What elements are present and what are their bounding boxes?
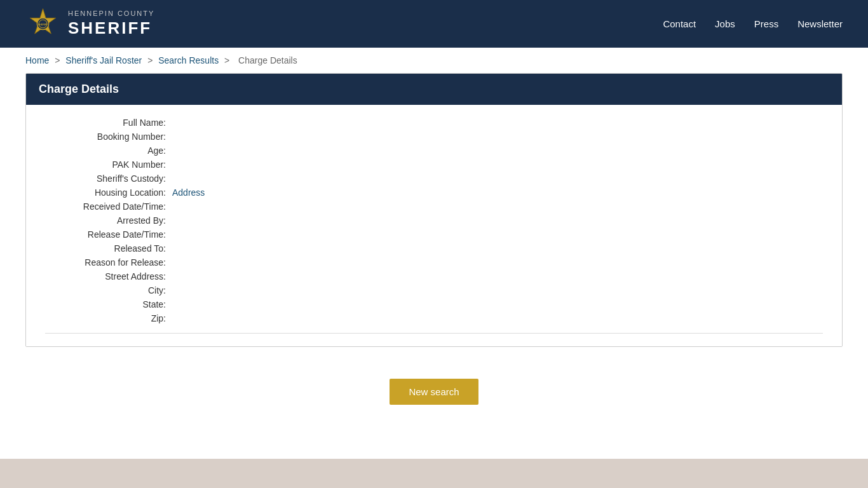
- value-full-name: [172, 118, 823, 128]
- value-city: [172, 285, 823, 295]
- label-street-address: Street Address:: [45, 271, 172, 281]
- label-age: Age:: [45, 146, 172, 156]
- card-title: Charge Details: [39, 83, 829, 96]
- card-divider: [45, 333, 823, 334]
- site-header: SHERIFF HENNEPIN COUNTY SHERIFF Contact …: [0, 0, 868, 48]
- card-body: Full Name: Booking Number: Age: PAK Numb…: [26, 105, 842, 346]
- charge-details-card: Charge Details Full Name: Booking Number…: [25, 73, 843, 347]
- field-city: City:: [45, 285, 823, 295]
- header-sheriff: SHERIFF: [68, 18, 154, 38]
- label-received-datetime: Received Date/Time:: [45, 201, 172, 212]
- label-full-name: Full Name:: [45, 118, 172, 128]
- breadcrumb-current: Charge Details: [238, 55, 297, 65]
- value-state: [172, 299, 823, 309]
- label-release-datetime: Release Date/Time:: [45, 229, 172, 240]
- label-city: City:: [45, 285, 172, 295]
- main-nav: Contact Jobs Press Newsletter: [663, 18, 843, 29]
- value-sheriffs-custody: [172, 173, 823, 184]
- value-released-to: [172, 243, 823, 254]
- label-state: State:: [45, 299, 172, 309]
- field-reason-for-release: Reason for Release:: [45, 257, 823, 268]
- main-content: Charge Details Full Name: Booking Number…: [0, 73, 868, 446]
- breadcrumb: Home > Sheriff's Jail Roster > Search Re…: [0, 48, 868, 73]
- button-area: New search: [25, 363, 843, 421]
- site-footer: Home Jail and warrants Permits and servi…: [0, 459, 868, 488]
- value-release-datetime: [172, 229, 823, 240]
- nav-contact[interactable]: Contact: [663, 18, 696, 29]
- label-booking-number: Booking Number:: [45, 132, 172, 142]
- value-booking-number: [172, 132, 823, 142]
- sheriff-badge-icon: SHERIFF: [25, 6, 60, 41]
- value-received-datetime: [172, 201, 823, 212]
- field-arrested-by: Arrested By:: [45, 215, 823, 226]
- field-age: Age:: [45, 146, 823, 156]
- nav-press[interactable]: Press: [754, 18, 778, 29]
- nav-jobs[interactable]: Jobs: [715, 18, 735, 29]
- logo: SHERIFF HENNEPIN COUNTY SHERIFF: [25, 6, 154, 41]
- field-housing-location: Housing Location: Address: [45, 187, 823, 198]
- breadcrumb-home[interactable]: Home: [25, 55, 49, 65]
- field-zip: Zip:: [45, 313, 823, 323]
- label-zip: Zip:: [45, 313, 172, 323]
- label-pak-number: PAK Number:: [45, 159, 172, 170]
- label-housing-location: Housing Location:: [45, 187, 172, 198]
- svg-text:SHERIFF: SHERIFF: [38, 24, 48, 26]
- field-full-name: Full Name:: [45, 118, 823, 128]
- field-released-to: Released To:: [45, 243, 823, 254]
- value-age: [172, 146, 823, 156]
- new-search-button[interactable]: New search: [390, 379, 478, 405]
- field-state: State:: [45, 299, 823, 309]
- value-housing-location-link[interactable]: Address: [172, 187, 823, 198]
- field-received-datetime: Received Date/Time:: [45, 201, 823, 212]
- field-booking-number: Booking Number:: [45, 132, 823, 142]
- header-title-group: HENNEPIN COUNTY SHERIFF: [68, 10, 154, 37]
- value-arrested-by: [172, 215, 823, 226]
- value-reason-for-release: [172, 257, 823, 268]
- field-street-address: Street Address:: [45, 271, 823, 281]
- label-released-to: Released To:: [45, 243, 172, 254]
- label-arrested-by: Arrested By:: [45, 215, 172, 226]
- value-street-address: [172, 271, 823, 281]
- value-zip: [172, 313, 823, 323]
- field-sheriffs-custody: Sheriff's Custody:: [45, 173, 823, 184]
- nav-newsletter[interactable]: Newsletter: [797, 18, 843, 29]
- breadcrumb-jail-roster[interactable]: Sheriff's Jail Roster: [65, 55, 142, 65]
- value-pak-number: [172, 159, 823, 170]
- label-reason-for-release: Reason for Release:: [45, 257, 172, 268]
- label-sheriffs-custody: Sheriff's Custody:: [45, 173, 172, 184]
- header-county: HENNEPIN COUNTY: [68, 10, 154, 18]
- field-pak-number: PAK Number:: [45, 159, 823, 170]
- breadcrumb-separator-2: >: [147, 55, 153, 65]
- breadcrumb-separator-3: >: [224, 55, 229, 65]
- breadcrumb-separator-1: >: [55, 55, 60, 65]
- card-header: Charge Details: [26, 74, 842, 105]
- field-release-datetime: Release Date/Time:: [45, 229, 823, 240]
- breadcrumb-search-results[interactable]: Search Results: [158, 55, 219, 65]
